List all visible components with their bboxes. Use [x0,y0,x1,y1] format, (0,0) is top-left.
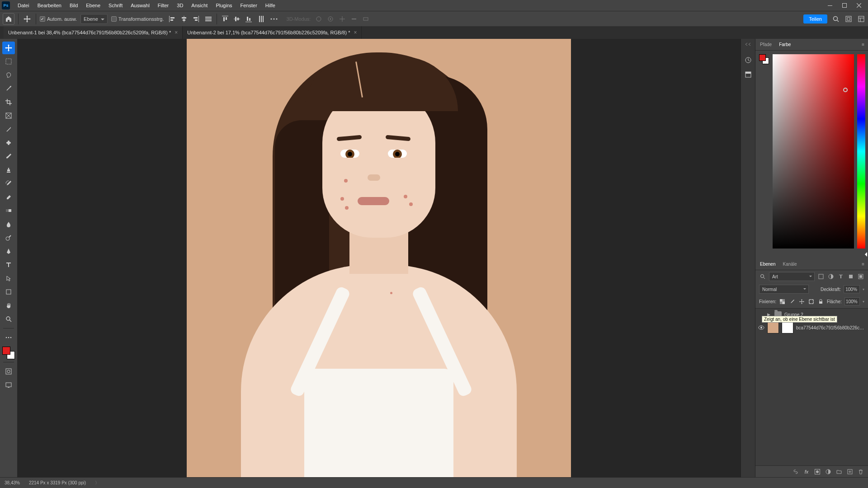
home-button[interactable] [3,13,14,25]
screen-mode-toggle[interactable] [2,379,15,391]
align-top-icon[interactable] [221,14,230,23]
opacity-input[interactable]: 100% [844,285,860,293]
search-icon[interactable] [759,273,766,280]
more-options-icon[interactable] [269,14,278,23]
layer-list[interactable]: ▶ Gruppe 2 Zeigt an, ob eine Ebene sicht… [755,309,868,465]
history-brush-tool[interactable] [2,177,15,190]
auto-select-checkbox[interactable]: Autom. ausw. [40,16,77,22]
tab-color[interactable]: Farbe [778,39,792,50]
shape-tool[interactable] [2,286,15,298]
type-tool[interactable] [2,258,15,271]
dock-expand-handle[interactable] [743,42,754,47]
tab-channels[interactable]: Kanäle [782,259,797,269]
menu-filter[interactable]: Filter [154,0,173,11]
lock-pixels-icon[interactable] [788,298,795,305]
frame-tool[interactable] [2,109,15,122]
panel-menu-icon[interactable]: ≡ [862,262,864,267]
brush-tool[interactable] [2,150,15,163]
add-mask-icon[interactable] [814,468,821,475]
share-button[interactable]: Teilen [803,14,827,23]
distribute-icon[interactable] [204,14,213,23]
history-panel-icon[interactable] [743,55,753,65]
clone-stamp-tool[interactable] [2,164,15,176]
layer-thumbnail[interactable] [767,322,779,333]
menu-hilfe[interactable]: Hilfe [261,0,279,11]
dodge-tool[interactable] [2,231,15,244]
align-bottom-icon[interactable] [244,14,253,23]
search-icon[interactable] [832,15,840,23]
pen-tool[interactable] [2,245,15,258]
lock-position-icon[interactable] [798,298,805,305]
transform-controls-checkbox[interactable]: Transformationsstrg. [111,16,164,22]
layer-effects-icon[interactable]: fx [803,468,810,475]
layer-filter-select[interactable]: Art [769,272,815,281]
lasso-tool[interactable] [2,69,15,81]
magic-wand-tool[interactable] [2,82,15,95]
document-canvas[interactable] [187,39,571,477]
panel-menu-icon[interactable]: ≡ [862,42,864,47]
filter-type-icon[interactable] [837,273,844,280]
menu-bild[interactable]: Bild [66,0,82,11]
lock-transparent-icon[interactable] [779,298,786,305]
menu-schrift[interactable]: Schrift [104,0,127,11]
blend-mode-select[interactable]: Normal [759,285,809,294]
visibility-toggle[interactable] [758,325,764,330]
quickmask-toggle[interactable] [2,365,15,378]
window-close-button[interactable] [852,0,866,11]
fill-input[interactable]: 100% [844,297,860,305]
filter-shape-icon[interactable] [847,273,854,280]
menu-fenster[interactable]: Fenster [236,0,261,11]
filter-adjust-icon[interactable] [827,273,835,280]
saturation-value-field[interactable] [773,54,854,249]
adjustment-layer-icon[interactable] [825,468,832,475]
layer-mask-thumbnail[interactable] [782,322,793,333]
move-tool[interactable] [2,42,15,54]
blur-tool[interactable] [2,218,15,230]
window-maximize-button[interactable] [837,0,852,11]
layer-name[interactable]: bca77544d76c791f56b80b226c5209fa [796,325,865,330]
close-icon[interactable]: × [175,29,178,36]
tab-paths[interactable]: Pfade [759,39,773,50]
move-tool-indicator-icon[interactable] [22,14,32,24]
auto-select-target-select[interactable]: Ebene [80,14,108,24]
crop-tool[interactable] [2,96,15,108]
align-right-icon[interactable] [191,14,200,23]
zoom-tool[interactable] [2,313,15,325]
document-tab[interactable]: Unbenannt-2 bei 17,1% (bca77544d76c791f5… [183,26,362,39]
frame-tool-icon[interactable] [844,15,853,23]
mini-color-swatches[interactable] [759,54,769,64]
gradient-tool[interactable] [2,204,15,217]
healing-brush-tool[interactable] [2,136,15,149]
hue-slider[interactable] [857,54,865,249]
lock-all-icon[interactable] [817,298,824,305]
hue-marker[interactable] [863,252,867,257]
edit-toolbar-icon[interactable] [2,331,15,344]
close-icon[interactable]: × [354,29,357,36]
canvas-area[interactable] [17,39,741,477]
menu-ansicht[interactable]: Ansicht [187,0,212,11]
marquee-tool[interactable] [2,55,15,68]
foreground-color-swatch[interactable] [2,347,10,355]
eyedropper-tool[interactable] [2,123,15,136]
lock-artboard-icon[interactable] [808,298,815,305]
document-dimensions[interactable]: 2214 Px x 3319 Px (300 ppi) [29,480,86,485]
filter-pixel-icon[interactable] [817,273,825,280]
align-center-h-icon[interactable] [179,14,189,23]
window-minimize-button[interactable] [823,0,837,11]
tab-layers[interactable]: Ebenen [759,259,776,269]
hand-tool[interactable] [2,299,15,312]
document-tab[interactable]: Unbenannt-1 bei 38,4% (bca77544d76c791f5… [4,26,183,39]
workspace-switcher-icon[interactable] [857,15,865,23]
new-group-icon[interactable] [835,468,843,475]
delete-layer-icon[interactable] [857,468,864,475]
menu-datei[interactable]: Datei [14,0,33,11]
menu-3d[interactable]: 3D [173,0,187,11]
new-layer-icon[interactable] [846,468,854,475]
link-layers-icon[interactable] [792,468,799,475]
distribute-v-icon[interactable] [257,14,266,23]
menu-ebene[interactable]: Ebene [82,0,104,11]
align-center-v-icon[interactable] [232,14,241,23]
status-menu-icon[interactable]: 〉 [95,480,99,486]
menu-auswahl[interactable]: Auswahl [127,0,154,11]
path-selection-tool[interactable] [2,272,15,285]
